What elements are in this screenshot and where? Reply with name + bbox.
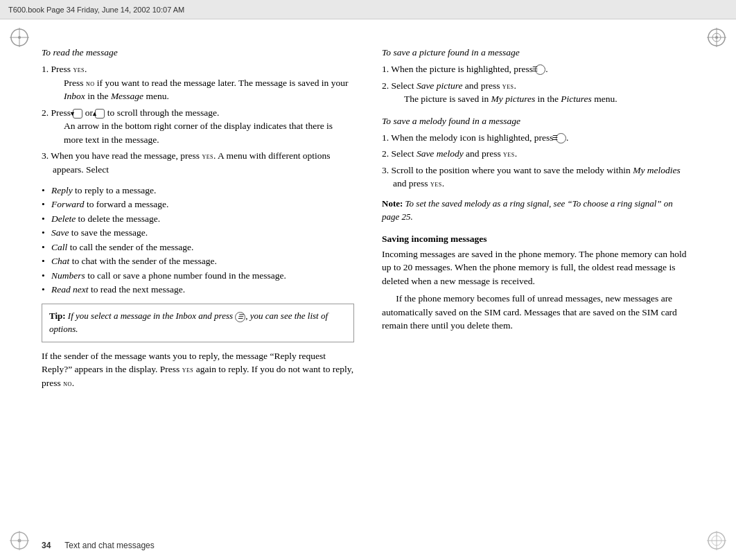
save-picture-heading: To save a picture found in a message	[382, 47, 694, 58]
key-yes-reply: yes	[182, 365, 194, 374]
option-numbers: Numbers to call or save a phone number f…	[42, 269, 354, 283]
page-footer: 34 Text and chat messages	[42, 541, 694, 550]
mel-step-2: 2. Select Save melody and press yes.	[382, 147, 694, 161]
option-save: Save to save the message.	[42, 226, 354, 240]
page-container: T600.book Page 34 Friday, June 14, 2002 …	[0, 0, 736, 560]
key-yes-1: yes	[73, 65, 85, 73]
key-yes-mel: yes	[503, 150, 515, 158]
tip-label: Tip:	[49, 310, 66, 321]
save-melody-steps: 1. When the melody icon is highlighted, …	[382, 131, 694, 191]
key-no-reply: no	[63, 379, 72, 387]
saving-messages-heading: Saving incoming messages	[382, 234, 694, 245]
two-column-layout: To read the message 1. Press yes. Press …	[42, 47, 694, 532]
menu-icon-tip: ☰	[235, 312, 245, 322]
right-column: To save a picture found in a message 1. …	[382, 47, 694, 532]
option-read-next: Read next to read the next message.	[42, 283, 354, 297]
saving-messages-para2: If the phone memory becomes full of unre…	[382, 292, 694, 333]
option-forward: Forward to forward a message.	[42, 198, 354, 211]
menu-icon-pic1: ☰	[535, 64, 545, 75]
tip-text: If you select a message in the Inbox and…	[49, 310, 328, 334]
pic-step-1: 1. When the picture is highlighted, pres…	[382, 62, 694, 76]
save-melody-heading: To save a melody found in a message	[382, 116, 694, 127]
step-3: 3. When you have read the message, press…	[42, 149, 354, 176]
option-call: Call to call the sender of the message.	[42, 240, 354, 254]
mel-step-1: 1. When the melody icon is highlighted, …	[382, 131, 694, 145]
header-text: T600.book Page 34 Friday, June 14, 2002 …	[8, 6, 184, 14]
down-arrow-icon: ▼	[73, 109, 82, 119]
saving-messages-para1: Incoming messages are saved in the phone…	[382, 247, 694, 288]
tip-box: Tip: If you select a message in the Inbo…	[42, 304, 354, 342]
content-area: To read the message 1. Press yes. Press …	[0, 19, 736, 560]
note-label: Note:	[382, 198, 403, 209]
options-bullet-list: Reply to reply to a message. Forward to …	[42, 184, 354, 297]
menu-icon-mel1: ☰	[556, 133, 566, 143]
header-bar: T600.book Page 34 Friday, June 14, 2002 …	[0, 0, 736, 19]
key-no-1: no	[86, 79, 95, 87]
footer-page-number: 34	[42, 541, 51, 550]
option-chat: Chat to chat with the sender of the mess…	[42, 254, 354, 268]
up-arrow-icon: ▲	[95, 109, 105, 119]
key-yes-mel2: yes	[430, 180, 442, 188]
pic-step-2-continuation: The picture is saved in My pictures in t…	[393, 92, 694, 106]
key-yes-3: yes	[202, 152, 213, 160]
step-2-continuation: An arrow in the bottom right corner of t…	[53, 119, 354, 146]
save-picture-steps: 1. When the picture is highlighted, pres…	[382, 62, 694, 106]
option-delete: Delete to delete the message.	[42, 212, 354, 226]
footer-chapter-text: Text and chat messages	[64, 541, 154, 550]
read-message-steps: 1. Press yes. Press no if you want to re…	[42, 62, 354, 177]
step-1: 1. Press yes. Press no if you want to re…	[42, 62, 354, 103]
step-2: 2. Press ▼ or ▲ to scroll through the me…	[42, 106, 354, 147]
pic-step-2: 2. Select Save picture and press yes. Th…	[382, 79, 694, 106]
key-yes-pic: yes	[502, 82, 514, 90]
note-text: Note: To set the saved melody as a ring …	[382, 198, 694, 224]
left-column: To read the message 1. Press yes. Press …	[42, 47, 354, 532]
section1-heading: To read the message	[42, 47, 354, 58]
step-1-continuation: Press no if you want to read the message…	[53, 76, 354, 103]
reply-request-para: If the sender of the message wants you t…	[42, 349, 354, 390]
mel-step-3: 3. Scroll to the position where you want…	[382, 164, 694, 191]
option-reply: Reply to reply to a message.	[42, 184, 354, 198]
